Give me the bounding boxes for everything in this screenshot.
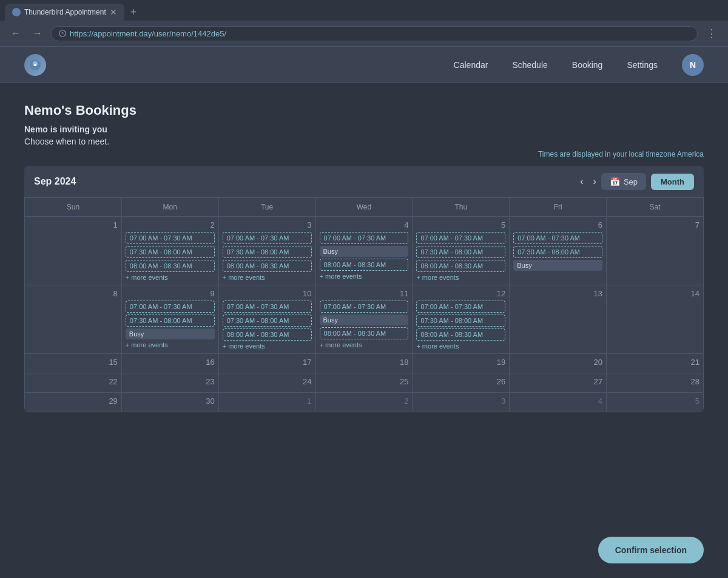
day-number: 8	[29, 289, 118, 298]
sep-button[interactable]: 📅 Sep	[601, 173, 646, 190]
calendar-day-2-6[interactable]: 21	[607, 354, 704, 373]
calendar-day-4-3[interactable]: 2	[315, 393, 413, 412]
calendar-day-3-4[interactable]: 26	[413, 373, 510, 393]
more-events-link[interactable]: + more events	[223, 274, 312, 281]
event-slot[interactable]: 07:00 AM - 07:30 AM	[126, 232, 215, 244]
calendar-day-3-5[interactable]: 27	[510, 373, 607, 393]
calendar-day-1-5[interactable]: 13	[510, 285, 607, 354]
calendar-day-1-4[interactable]: 1207:00 AM - 07:30 AM07:30 AM - 08:00 AM…	[413, 285, 510, 354]
nav-schedule[interactable]: Schedule	[512, 60, 547, 70]
calendar-day-1-3[interactable]: 1107:00 AM - 07:30 AMBusy08:00 AM - 08:3…	[315, 285, 413, 354]
calendar-day-2-1[interactable]: 16	[121, 354, 218, 373]
day-number: 14	[610, 289, 699, 298]
confirm-selection-button[interactable]: Confirm selection	[598, 537, 704, 563]
nav-settings[interactable]: Settings	[627, 60, 658, 70]
calendar-day-4-4[interactable]: 3	[413, 393, 510, 412]
day-header-mon: Mon	[121, 198, 218, 217]
calendar-day-0-1[interactable]: 207:00 AM - 07:30 AM07:30 AM - 08:00 AM0…	[121, 217, 218, 285]
prev-month-button[interactable]: ‹	[575, 174, 588, 189]
calendar-day-0-3[interactable]: 407:00 AM - 07:30 AMBusy08:00 AM - 08:30…	[315, 217, 413, 285]
calendar-title: Sep 2024	[34, 176, 575, 187]
tab-close-button[interactable]: ✕	[110, 7, 117, 17]
event-slot[interactable]: 07:30 AM - 08:00 AM	[126, 314, 215, 327]
day-number: 28	[610, 377, 699, 386]
url-text: https://appointment.day/user/nemo/1442de…	[70, 29, 226, 38]
calendar-day-0-0[interactable]: 1	[25, 217, 122, 285]
event-slot[interactable]: 07:00 AM - 07:30 AM	[416, 301, 505, 313]
more-events-link[interactable]: + more events	[416, 274, 505, 281]
event-slot[interactable]: 07:30 AM - 08:00 AM	[126, 246, 215, 258]
calendar-day-4-2[interactable]: 1	[218, 393, 315, 412]
calendar-day-0-4[interactable]: 507:00 AM - 07:30 AM07:30 AM - 08:00 AM0…	[413, 217, 510, 285]
forward-button[interactable]: →	[29, 25, 46, 41]
event-slot[interactable]: 07:00 AM - 07:30 AM	[320, 301, 409, 313]
event-slot[interactable]: 08:00 AM - 08:30 AM	[416, 260, 505, 272]
day-number: 1	[223, 396, 312, 406]
event-slot[interactable]: 07:00 AM - 07:30 AM	[126, 301, 215, 313]
event-slot[interactable]: 07:00 AM - 07:30 AM	[513, 232, 602, 244]
event-slot[interactable]: 08:00 AM - 08:30 AM	[126, 260, 215, 272]
sep-button-label: Sep	[624, 177, 638, 186]
event-slot[interactable]: 07:00 AM - 07:30 AM	[416, 232, 505, 244]
event-slot[interactable]: 08:00 AM - 08:30 AM	[320, 327, 409, 339]
event-slot[interactable]: 07:30 AM - 08:00 AM	[223, 246, 312, 258]
active-tab[interactable]: Thunderbird Appointment ✕	[5, 4, 124, 21]
event-slot[interactable]: 07:00 AM - 07:30 AM	[223, 301, 312, 313]
calendar-day-4-6[interactable]: 5	[607, 393, 704, 412]
more-events-link[interactable]: + more events	[320, 273, 409, 280]
day-number: 16	[126, 358, 215, 367]
more-events-link[interactable]: + more events	[320, 341, 409, 348]
calendar-day-0-5[interactable]: 607:00 AM - 07:30 AM07:30 AM - 08:00 AMB…	[510, 217, 607, 285]
svg-point-3	[34, 64, 36, 66]
day-number: 23	[126, 377, 215, 386]
month-button[interactable]: Month	[651, 174, 694, 190]
calendar-day-0-2[interactable]: 307:00 AM - 07:30 AM07:30 AM - 08:00 AM0…	[218, 217, 315, 285]
calendar-day-2-5[interactable]: 20	[510, 354, 607, 373]
event-slot[interactable]: 07:30 AM - 08:00 AM	[223, 314, 312, 327]
calendar-day-4-5[interactable]: 4	[510, 393, 607, 412]
calendar-day-1-2[interactable]: 1007:00 AM - 07:30 AM07:30 AM - 08:00 AM…	[218, 285, 315, 354]
calendar-day-4-0[interactable]: 29	[25, 393, 122, 412]
nav-booking[interactable]: Booking	[572, 60, 603, 70]
calendar-day-2-0[interactable]: 15	[25, 354, 122, 373]
calendar-day-3-2[interactable]: 24	[218, 373, 315, 393]
event-slot[interactable]: 07:30 AM - 08:00 AM	[416, 314, 505, 327]
calendar-day-3-6[interactable]: 28	[607, 373, 704, 393]
tab-label: Thunderbird Appointment	[24, 8, 106, 16]
back-button[interactable]: ←	[7, 25, 24, 41]
event-slot[interactable]: 07:00 AM - 07:30 AM	[320, 232, 409, 244]
user-avatar[interactable]: N	[682, 54, 704, 76]
browser-menu-button[interactable]: ⋮	[703, 24, 721, 42]
day-number: 13	[513, 289, 602, 298]
more-events-link[interactable]: + more events	[416, 342, 505, 350]
calendar-day-0-6[interactable]: 7	[607, 217, 704, 285]
event-slot[interactable]: 08:00 AM - 08:30 AM	[223, 260, 312, 272]
calendar-day-1-6[interactable]: 14	[607, 285, 704, 354]
day-number: 6	[513, 220, 602, 229]
event-slot[interactable]: 08:00 AM - 08:30 AM	[320, 259, 409, 271]
calendar-day-1-1[interactable]: 907:00 AM - 07:30 AM07:30 AM - 08:00 AMB…	[121, 285, 218, 354]
calendar-day-4-1[interactable]: 30	[121, 393, 218, 412]
calendar-day-3-0[interactable]: 22	[25, 373, 122, 393]
calendar-day-2-3[interactable]: 18	[315, 354, 413, 373]
nav-calendar[interactable]: Calendar	[454, 60, 488, 70]
event-slot[interactable]: 08:00 AM - 08:30 AM	[416, 328, 505, 341]
event-slot[interactable]: 07:30 AM - 08:00 AM	[416, 246, 505, 258]
event-slot[interactable]: 08:00 AM - 08:30 AM	[223, 328, 312, 341]
calendar-day-2-4[interactable]: 19	[413, 354, 510, 373]
event-slot[interactable]: 07:00 AM - 07:30 AM	[223, 232, 312, 244]
calendar-day-2-2[interactable]: 17	[218, 354, 315, 373]
event-slot[interactable]: 07:30 AM - 08:00 AM	[513, 246, 602, 258]
next-month-button[interactable]: ›	[588, 174, 601, 189]
event-slot: Busy	[126, 328, 215, 339]
calendar-day-3-1[interactable]: 23	[121, 373, 218, 393]
url-bar[interactable]: https://appointment.day/user/nemo/1442de…	[51, 26, 698, 41]
more-events-link[interactable]: + more events	[126, 274, 215, 281]
new-tab-button[interactable]: +	[127, 6, 141, 19]
calendar-day-1-0[interactable]: 8	[25, 285, 122, 354]
day-number: 4	[320, 220, 409, 229]
more-events-link[interactable]: + more events	[223, 342, 312, 350]
day-header-fri: Fri	[510, 198, 607, 217]
calendar-day-3-3[interactable]: 25	[315, 373, 413, 393]
more-events-link[interactable]: + more events	[126, 341, 215, 348]
